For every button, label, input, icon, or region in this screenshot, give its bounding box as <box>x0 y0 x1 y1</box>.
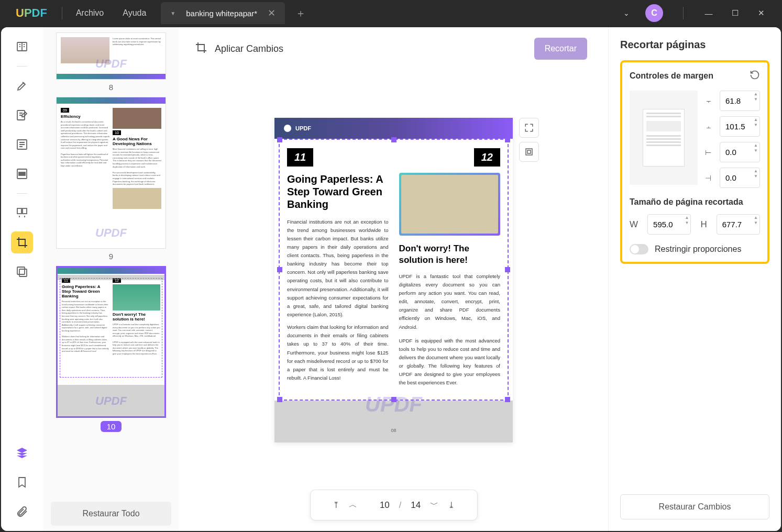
page-thumbnail-9[interactable]: 09 Efficiency As a result, the bank's co… <box>56 97 166 261</box>
watermark: UPDF <box>95 57 127 71</box>
thumb-title: Efficiency <box>61 114 109 119</box>
page-thumbnail-10[interactable]: 11 Going Paperless: A Step Toward Green … <box>56 266 166 432</box>
thumb-title: A Good News For Developing Nations <box>113 137 161 146</box>
first-page-icon[interactable]: ⤒ <box>333 500 339 510</box>
thumbnail-number-active: 10 <box>101 421 122 432</box>
page-number-box: 10 <box>113 130 121 135</box>
bookmark-icon[interactable] <box>11 471 33 493</box>
panel-title: Recortar páginas <box>620 39 769 51</box>
constrain-proportions-toggle[interactable] <box>630 244 648 254</box>
page-total: 14 <box>411 500 421 511</box>
watermark: UPDF <box>95 394 127 408</box>
svg-rect-7 <box>19 269 27 276</box>
maximize-icon[interactable]: ☐ <box>730 8 740 18</box>
crop-header-icon <box>195 41 207 56</box>
menu-archivo[interactable]: Archivo <box>67 8 113 18</box>
stepper-down-icon[interactable]: ▼ <box>754 97 758 102</box>
thumbnail-number: 9 <box>56 252 166 261</box>
close-icon[interactable]: ✕ <box>756 8 766 18</box>
tab-dropdown-icon[interactable]: ▼ <box>170 10 175 16</box>
svg-rect-10 <box>527 150 531 153</box>
page-thumbnail-8[interactable]: Lorem ipsum dolor sit amet consectetur. … <box>56 32 166 92</box>
stepper-up-icon[interactable]: ▲ <box>754 169 758 174</box>
page-logo-icon <box>284 125 291 132</box>
margin-top-icon: ⫟ <box>705 97 715 105</box>
margin-preview-thumb <box>630 91 698 185</box>
add-tab-icon[interactable]: ＋ <box>295 6 306 20</box>
main-header-title: Aplicar Cambios <box>215 43 283 54</box>
form-tool-icon[interactable] <box>11 134 33 156</box>
layers-icon[interactable] <box>11 442 33 464</box>
page-preview[interactable]: UPDF 11 Going Paperless: A Step Toward G… <box>274 118 513 442</box>
crop-handle-br[interactable] <box>505 397 510 402</box>
page-number-input[interactable] <box>367 500 390 511</box>
stepper-up-icon[interactable]: ▲ <box>754 117 758 123</box>
crop-to-content-icon[interactable] <box>519 142 539 162</box>
next-page-icon[interactable]: ﹀ <box>430 500 438 511</box>
svg-rect-9 <box>526 149 532 155</box>
user-avatar[interactable]: C <box>645 4 663 22</box>
reader-tool-icon[interactable] <box>11 36 33 58</box>
cropped-size-title: Tamaño de página recortada <box>630 197 760 207</box>
prev-page-icon[interactable]: ︿ <box>349 500 357 511</box>
organize-tool-icon[interactable] <box>11 202 33 224</box>
svg-rect-4 <box>19 172 25 175</box>
main-canvas: Aplicar Cambios Recortar UPDF 11 Going P… <box>179 27 608 531</box>
crop-handle-tm[interactable] <box>391 137 396 142</box>
app-logo: UPDF <box>5 6 58 20</box>
fit-page-icon[interactable] <box>519 118 539 138</box>
margin-bottom-icon: ⫠ <box>705 123 715 131</box>
crop-handle-bm[interactable] <box>391 397 396 402</box>
restore-changes-button[interactable]: Restaurar Cambios <box>620 494 769 519</box>
last-page-icon[interactable]: ⤓ <box>448 500 455 510</box>
tab-title: banking whitepapar* <box>186 9 257 18</box>
crop-settings-panel: Recortar páginas Controles de margen ⫟▲▼… <box>608 27 781 531</box>
crop-handle-mr[interactable] <box>505 267 510 272</box>
thumbnail-panel: Lorem ipsum dolor sit amet consectetur. … <box>43 27 179 531</box>
stepper-up-icon[interactable]: ▲ <box>685 215 689 220</box>
redact-tool-icon[interactable] <box>11 163 33 185</box>
edit-tool-icon[interactable] <box>11 104 33 126</box>
attachment-icon[interactable] <box>11 501 33 523</box>
stepper-down-icon[interactable]: ▼ <box>754 148 758 153</box>
stepper-down-icon[interactable]: ▼ <box>754 123 758 128</box>
window-chevron-icon[interactable]: ⌄ <box>623 9 630 17</box>
thumbnail-number: 8 <box>56 83 166 92</box>
margin-left-icon: ⊢ <box>705 148 715 157</box>
menu-ayuda[interactable]: Ayuda <box>113 8 156 18</box>
svg-rect-8 <box>17 267 25 274</box>
page-footer-number: 08 <box>391 428 396 433</box>
reset-margins-icon[interactable] <box>750 70 760 82</box>
minimize-icon[interactable]: — <box>703 9 714 18</box>
crop-handle-tr[interactable] <box>505 137 510 142</box>
crop-handle-bl[interactable] <box>277 397 282 402</box>
document-tab[interactable]: ▼ banking whitepapar* ✕ <box>161 2 285 24</box>
svg-rect-6 <box>23 208 27 214</box>
stepper-down-icon[interactable]: ▼ <box>754 220 758 226</box>
left-sidebar <box>1 27 43 531</box>
crop-button[interactable]: Recortar <box>534 38 587 60</box>
watermark: UPDF <box>95 226 127 240</box>
constrain-label: Restringir proporciones <box>655 245 741 254</box>
crop-selection[interactable] <box>279 139 509 401</box>
margin-right-icon: ⊣ <box>705 174 715 182</box>
page-navigator: ⤒ ︿ / 14 ﹀ ⤓ <box>310 490 478 520</box>
width-label: W <box>630 219 638 230</box>
stepper-up-icon[interactable]: ▲ <box>754 215 758 220</box>
stepper-up-icon[interactable]: ▲ <box>754 92 758 97</box>
highlighted-controls: Controles de margen ⫟▲▼ ⫠▲▼ ⊢▲▼ ⊣▲▼ Tama… <box>620 60 769 264</box>
stepper-down-icon[interactable]: ▼ <box>754 174 758 179</box>
stepper-down-icon[interactable]: ▼ <box>685 220 689 226</box>
crop-tool-icon[interactable] <box>11 231 33 253</box>
highlight-tool-icon[interactable] <box>11 75 33 97</box>
page-logo-text: UPDF <box>295 125 311 131</box>
restore-all-button[interactable]: Restaurar Todo <box>51 502 171 526</box>
height-label: H <box>700 219 707 230</box>
stepper-up-icon[interactable]: ▲ <box>754 143 758 148</box>
crop-handle-tl[interactable] <box>277 137 282 142</box>
margin-controls-title: Controles de margen <box>630 71 713 81</box>
tab-close-icon[interactable]: ✕ <box>268 7 276 19</box>
crop-handle-ml[interactable] <box>277 267 282 272</box>
svg-rect-5 <box>17 208 21 214</box>
batch-tool-icon[interactable] <box>11 261 33 283</box>
